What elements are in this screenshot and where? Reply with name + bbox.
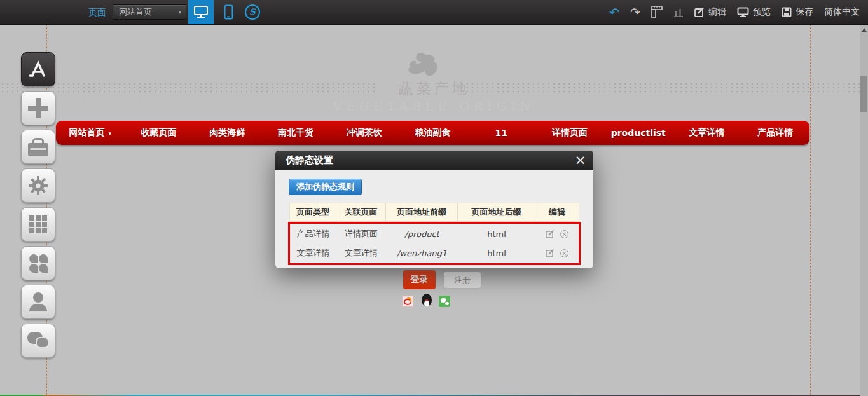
edit-label: 编辑	[708, 6, 726, 18]
language-switch[interactable]: 简体中文	[824, 6, 860, 18]
nav-item-grain-oil[interactable]: 粮油副食	[399, 121, 467, 145]
nav-item-beverages[interactable]: 冲调茶饮	[330, 121, 399, 145]
cell-url-prefix: /wenzhang1	[386, 249, 458, 258]
nav-item-label: 网站首页	[69, 127, 105, 139]
edit-row-icon[interactable]	[546, 229, 555, 238]
sidebar-item-apps[interactable]	[21, 246, 55, 280]
nav-item-dry-goods[interactable]: 南北干货	[261, 121, 330, 145]
edit-pencil-icon	[694, 7, 705, 17]
sidebar-item-add-module[interactable]	[21, 91, 55, 125]
register-button[interactable]: 注册	[443, 271, 481, 289]
table-row: 文章详情 文章详情 /wenzhang1 html ×	[290, 243, 579, 263]
cell-actions: ×	[535, 249, 579, 257]
col-header-page-type: 页面类型	[290, 203, 336, 221]
editor-window: 页面 网站首页 ▾ S ↶ ↷	[0, 0, 868, 396]
cell-page-type: 产品详情	[290, 228, 336, 240]
user-icon	[29, 292, 48, 311]
pseudo-static-dialog: 伪静态设置 × 添加伪静态规则 页面类型 关联页面 页面地址前缀 页面地址后缀 …	[275, 151, 593, 268]
nav-item-product-detail[interactable]: 产品详情	[741, 121, 809, 145]
cell-page-type: 文章详情	[290, 247, 336, 259]
nav-item-detail-page[interactable]: 详情页面	[535, 121, 604, 145]
vertical-scrollbar[interactable]	[860, 24, 868, 396]
ruler-icon[interactable]	[651, 6, 663, 18]
stats-column-icon[interactable]	[673, 7, 684, 17]
sidebar-item-design[interactable]	[21, 52, 55, 86]
sidebar-item-wechat[interactable]	[21, 324, 55, 358]
edit-button[interactable]: 编辑	[694, 6, 726, 18]
save-floppy-icon	[782, 7, 792, 17]
table-row: 产品详情 详情页面 /product html ×	[290, 224, 579, 243]
mobile-view-button[interactable]	[217, 0, 240, 24]
chevron-down-icon: ▾	[109, 130, 112, 137]
scrollbar-thumb[interactable]	[860, 76, 867, 112]
nav-item-meat-seafood[interactable]: 肉类海鲜	[193, 121, 261, 145]
site-nav-bar: 网站首页 ▾ 收藏页面 肉类海鲜 南北干货 冲调茶饮 粮油副食 11 详情页面 …	[56, 121, 809, 145]
cell-linked-page: 文章详情	[336, 247, 386, 259]
top-toolbar: 页面 网站首页 ▾ S ↶ ↷	[0, 0, 868, 25]
wechat-icon	[27, 332, 49, 350]
weibo-icon[interactable]	[402, 296, 413, 307]
cell-actions: ×	[535, 229, 579, 238]
qq-icon[interactable]	[420, 294, 433, 307]
gear-icon	[27, 175, 49, 196]
grid-icon	[29, 215, 48, 234]
nav-item-label: 南北干货	[278, 127, 313, 139]
login-button[interactable]: 登录	[403, 270, 436, 289]
add-rule-button[interactable]: 添加伪静态规则	[289, 179, 362, 195]
edit-row-icon[interactable]	[546, 249, 555, 257]
app-store-icon	[27, 59, 49, 79]
site-subtitle: VEGETABLE ORIGIN	[0, 99, 868, 113]
delete-row-icon[interactable]: ×	[560, 249, 568, 257]
page-selector-dropdown[interactable]: 网站首页 ▾	[113, 4, 186, 20]
sidebar-item-toolbox[interactable]	[21, 130, 55, 164]
sidebar-item-modules[interactable]	[21, 207, 55, 242]
close-icon[interactable]: ×	[575, 151, 586, 169]
save-button[interactable]: 保存	[782, 6, 813, 18]
delete-row-icon[interactable]: ×	[560, 230, 568, 238]
desktop-icon	[193, 5, 209, 19]
dialog-body: 添加伪静态规则 页面类型 关联页面 页面地址前缀 页面地址后缀 编辑 产品详情 …	[275, 170, 593, 268]
nav-item-favorites[interactable]: 收藏页面	[125, 121, 193, 145]
site-title: 蔬菜产地	[0, 79, 868, 99]
nav-item-label: 收藏页面	[141, 127, 177, 139]
nav-item-article-detail[interactable]: 文章详情	[673, 121, 741, 145]
nav-item-label: 11	[495, 128, 507, 138]
nav-item-11[interactable]: 11	[467, 121, 535, 145]
col-header-url-prefix: 页面地址前缀	[386, 203, 458, 221]
clover-icon	[29, 254, 48, 273]
dialog-title: 伪静态设置	[275, 151, 593, 170]
brand-logo-icon: S	[245, 4, 260, 20]
nav-item-label: 详情页面	[552, 127, 588, 139]
desktop-view-button[interactable]	[188, 0, 214, 24]
col-header-linked-page: 关联页面	[336, 203, 386, 221]
nav-item-label: 粮油副食	[415, 127, 451, 139]
site-logo-vegetables-icon	[405, 50, 443, 80]
cell-linked-page: 详情页面	[336, 228, 386, 240]
nav-item-label: productlist	[611, 128, 666, 138]
cell-url-suffix: html	[458, 249, 535, 258]
nav-item-label: 文章详情	[689, 127, 724, 139]
sidebar-item-member[interactable]	[21, 285, 55, 319]
nav-item-home[interactable]: 网站首页 ▾	[56, 121, 125, 145]
toolbar-actions: ↶ ↷	[609, 0, 860, 24]
preview-label: 预览	[753, 6, 771, 18]
dialog-header[interactable]: 伪静态设置 ×	[275, 151, 593, 170]
nav-item-label: 肉类海鲜	[209, 127, 245, 139]
nav-item-productlist[interactable]: productlist	[604, 121, 673, 145]
cell-url-suffix: html	[458, 229, 535, 239]
sidebar-item-settings[interactable]	[21, 168, 55, 203]
annotation-highlight-box: 产品详情 详情页面 /product html ×	[288, 222, 581, 265]
col-header-url-suffix: 页面地址后缀	[458, 203, 535, 221]
nav-item-label: 产品详情	[757, 127, 793, 139]
preview-button[interactable]: 预览	[737, 6, 771, 18]
preview-monitor-icon	[737, 7, 749, 18]
brand-circle-button[interactable]: S	[240, 0, 265, 24]
chevron-down-icon: ▾	[178, 5, 181, 19]
scroll-up-arrow-icon[interactable]	[862, 28, 867, 32]
undo-icon[interactable]: ↶	[609, 6, 619, 18]
mobile-icon	[224, 4, 233, 20]
col-header-edit: 编辑	[535, 203, 579, 221]
redo-icon[interactable]: ↷	[630, 6, 640, 18]
save-label: 保存	[796, 6, 813, 18]
wechat-login-icon[interactable]	[439, 296, 450, 307]
